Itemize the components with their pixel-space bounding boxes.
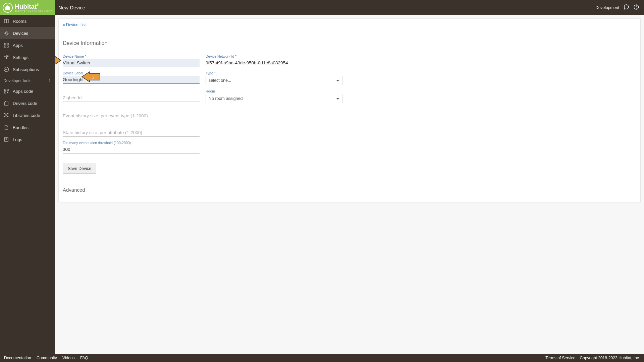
content-area: « Device List Device Information 1 Devic… [55,15,644,354]
network-id-input[interactable] [206,59,342,67]
svg-text:2: 2 [92,74,95,79]
svg-rect-16 [7,46,9,48]
svg-marker-37 [55,55,61,65]
sidebar-item-libcode[interactable]: Libraries code [0,109,55,121]
svg-rect-3 [7,19,8,23]
zigbee-id-input[interactable] [63,94,200,102]
sidebar-item-devices[interactable]: Devices [0,27,55,39]
footer-link-faq[interactable]: FAQ [80,356,88,360]
svg-marker-39 [82,72,100,82]
sidebar-section-devtools[interactable]: Developer tools [0,75,55,85]
type-label: Type * [206,71,342,75]
event-history-input[interactable] [63,112,200,120]
svg-rect-26 [4,92,6,94]
subscriptions-icon [3,66,9,72]
sidebar-item-appscode[interactable]: Apps code [0,85,55,97]
svg-line-9 [5,32,5,32]
footer-link-community[interactable]: Community [37,356,57,360]
sidebar-item-label: Rooms [13,19,26,24]
sidebar-item-subscriptions[interactable]: Subscriptions [0,63,55,75]
advanced-section[interactable]: Advanced [63,187,636,193]
appscode-icon [3,88,9,94]
bundles-icon [3,124,9,130]
driverscode-icon [3,100,9,106]
threshold-label: Too many events alert threshold (100-200… [63,141,200,145]
sidebar-item-driverscode[interactable]: Drivers code [0,97,55,109]
threshold-input[interactable] [63,145,200,154]
svg-line-12 [7,32,8,32]
sidebar-item-label: Drivers code [13,101,37,106]
room-label: Room [206,89,342,93]
room-select[interactable]: No room assigned [206,94,342,103]
logo-tagline: ELEVATE YOUR ENVIRONMENT [15,10,52,12]
svg-rect-14 [7,43,9,45]
svg-rect-34 [5,137,8,141]
footer-link-documentation[interactable]: Documentation [4,356,31,360]
logo-name: Hubitat [15,3,37,10]
env-label: Development [595,5,619,10]
svg-rect-24 [4,89,6,91]
svg-line-10 [7,34,8,35]
svg-rect-25 [7,89,9,91]
sidebar-item-apps[interactable]: Apps [0,39,55,51]
svg-point-23 [4,67,9,72]
sidebar-item-label: Apps code [13,89,33,94]
rooms-icon [3,18,9,24]
svg-point-1 [636,8,637,8]
chat-icon[interactable] [623,4,629,11]
sidebar-item-label: Logs [13,137,22,142]
topbar: Hubitat® ELEVATE YOUR ENVIRONMENT New De… [0,0,644,15]
help-icon[interactable] [633,4,639,11]
logo-icon [3,3,13,13]
page-title: New Device [55,5,595,10]
network-id-label: Device Network Id * [206,54,342,58]
svg-point-4 [5,32,7,34]
sidebar-section-label: Developer tools [3,78,31,83]
room-select-value: No room assigned [209,96,243,101]
svg-line-11 [5,34,5,35]
sidebar-item-rooms[interactable]: Rooms [0,15,55,27]
annotation-arrow-2: 2 [81,71,101,82]
sidebar-item-label: Subscriptions [13,67,39,72]
section-title: Device Information [63,40,636,46]
collapse-icon[interactable] [48,78,52,83]
sidebar-item-label: Apps [13,43,23,48]
sidebar-item-label: Bundles [13,125,29,130]
svg-rect-29 [5,102,8,105]
save-button[interactable]: Save Device [63,164,96,174]
libcode-icon [3,112,9,118]
sidebar-item-settings[interactable]: Settings [0,51,55,63]
devices-icon [3,30,9,36]
annotation-arrow-1: 1 [55,55,62,66]
svg-rect-13 [4,43,6,45]
footer-link-videos[interactable]: Videos [62,356,74,360]
logs-icon [3,136,9,142]
type-select[interactable]: select one... [206,76,342,85]
sidebar-item-label: Settings [13,55,29,60]
caret-down-icon [336,80,339,81]
type-select-value: select one... [209,78,231,83]
sidebar-item-logs[interactable]: Logs [0,133,55,145]
device-name-input[interactable] [63,59,200,67]
logo[interactable]: Hubitat® ELEVATE YOUR ENVIRONMENT [0,0,55,15]
caret-down-icon [336,98,339,100]
apps-icon [3,42,9,48]
sidebar-item-label: Libraries code [13,113,40,118]
svg-rect-15 [4,46,6,48]
device-name-label: Device Name * [63,54,200,58]
footer-copyright: Copyright 2018-2023 Hubitat, Inc. [580,356,640,360]
sidebar: Rooms Devices Apps Settings Subscription… [0,15,55,354]
svg-rect-2 [4,19,6,23]
settings-icon [3,54,9,60]
sidebar-item-bundles[interactable]: Bundles [0,121,55,133]
sidebar-item-label: Devices [13,31,28,36]
back-link[interactable]: « Device List [63,22,86,27]
footer: Documentation Community Videos FAQ Terms… [0,354,644,362]
footer-tos[interactable]: Terms of Service [545,356,575,360]
state-history-input[interactable] [63,129,200,137]
